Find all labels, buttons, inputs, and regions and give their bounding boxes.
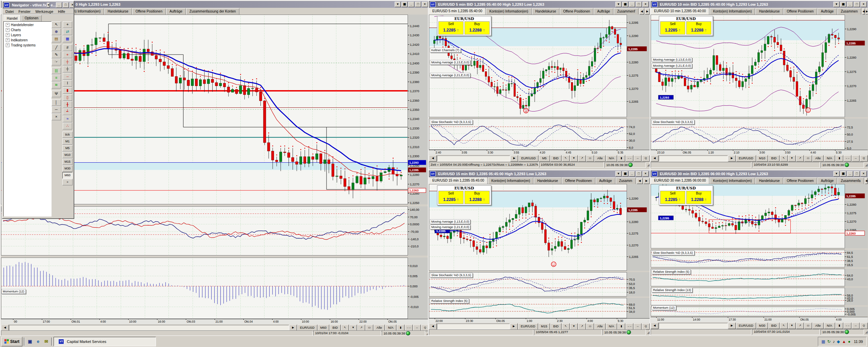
close-button[interactable]: × <box>643 2 649 7</box>
minimize-button[interactable]: _ <box>56 2 62 8</box>
chart-m15-button[interactable]: M15 <box>538 323 550 330</box>
restore-button[interactable]: ▣ <box>840 171 846 177</box>
maximize-button[interactable]: □ <box>636 171 642 177</box>
restore-button[interactable]: ▣ <box>622 171 628 177</box>
tree-expander-icon[interactable]: + <box>6 33 9 37</box>
na-button[interactable]: N/A <box>385 325 396 331</box>
menu-werkzeuge[interactable]: Werkzeuge <box>35 9 53 14</box>
tab-scroll-left-button[interactable]: ◀ <box>862 8 865 15</box>
maximize-button[interactable]: □ <box>636 2 642 7</box>
expand-bars-button[interactable]: ↔ <box>413 325 421 331</box>
period-tick-button[interactable]: tick <box>62 131 73 138</box>
na-button[interactable]: N/A <box>824 155 835 162</box>
indicator-dialog-button[interactable]: ↗ <box>578 155 586 162</box>
close-button[interactable]: × <box>861 171 867 177</box>
tab-konto-en-information-en-[interactable]: Konto(en) Information(en) <box>486 8 532 15</box>
expand-bars-button[interactable]: ↔ <box>634 155 642 162</box>
candle-style-button[interactable]: ▮ <box>835 323 843 329</box>
layout-button[interactable]: ▭ <box>586 323 594 330</box>
tab-eur-usd-5-min-1-2285-05-40-00[interactable]: EUR/USD 5 min 1,2285 05:40:00 <box>429 8 486 15</box>
scrollbar-track[interactable] <box>659 156 728 161</box>
horizontal-line-tool-button[interactable]: ─ <box>52 106 61 113</box>
link-charts-button[interactable]: ⇄ <box>63 28 72 35</box>
pointer-tool-button[interactable]: ↖ <box>52 21 61 28</box>
compress-bars-button[interactable]: →← <box>844 155 851 162</box>
tree-expander-icon[interactable]: + <box>6 38 9 42</box>
tab-konto-en-information-en-[interactable]: Konto(en) Information(en) <box>488 178 534 184</box>
scrollbar-track[interactable] <box>9 325 289 331</box>
vertical-gridlines-tool-button[interactable]: ||| <box>52 67 61 74</box>
window-menu-button[interactable]: ▾ <box>833 2 840 7</box>
chart-eur-usd-button[interactable]: EUR/USD <box>736 323 756 329</box>
scroll-right-button[interactable]: ▶ <box>728 155 736 162</box>
tab-eur-usd-15-min-1-2285-05-45-00[interactable]: EUR/USD 15 min 1,2285 05:45:00 <box>429 177 488 184</box>
buy-quote-button[interactable]: Buy1.2288 ↑ <box>465 191 490 204</box>
tray-status-icon[interactable]: ● <box>848 340 850 344</box>
menu-hilfe[interactable]: Hilfe <box>58 9 65 14</box>
tree-expander-icon[interactable]: + <box>6 28 9 32</box>
period-m10-button[interactable]: M10 <box>62 152 73 158</box>
quote-panel-button[interactable]: Q <box>860 155 868 162</box>
chart-eur-usd-button[interactable]: EUR/USD <box>518 155 538 162</box>
cursor-tool-button[interactable]: ↖ <box>780 323 788 329</box>
expand-bar-button[interactable]: → <box>63 73 72 80</box>
buy-quote-button[interactable]: Buy1.2288 ↑ <box>686 191 711 204</box>
pitchfork-tool-button[interactable]: Ψ <box>52 90 61 97</box>
chart-bid-button[interactable]: BID <box>550 155 561 162</box>
layout-button[interactable]: ▭ <box>804 323 812 329</box>
menu-datei[interactable]: Datei <box>5 9 14 14</box>
cursor-tool-button[interactable]: ↖ <box>780 155 788 162</box>
layout-button[interactable]: ▭ <box>804 155 812 162</box>
scroll-left-button[interactable]: ◀ <box>651 155 658 162</box>
quote-panel-button[interactable]: Q <box>642 155 650 162</box>
candlestick-style-button[interactable]: ▮ <box>63 87 72 94</box>
close-button[interactable]: × <box>643 171 649 177</box>
tab-eur-usd-10-min-1-2285-05-40-00[interactable]: EUR/USD 10 min 1,2285 05:40:00 <box>651 8 709 15</box>
quote-panel-button[interactable]: Q <box>860 323 868 329</box>
tab-scroll-left-button[interactable]: ◀ <box>639 8 644 15</box>
candle-style-button[interactable]: ▮ <box>617 323 625 330</box>
tab-zusammen[interactable]: Zusammen <box>837 8 861 15</box>
minimize-button[interactable]: _ <box>629 171 635 177</box>
zoom-in-tool-button[interactable]: ⊕ <box>52 28 61 35</box>
measure-button[interactable]: I <box>63 80 72 87</box>
cursor-tool-button[interactable]: ↖ <box>341 325 349 331</box>
tab-konto-en-information-en-[interactable]: Konto(en) Information(en) <box>710 8 755 15</box>
tab-zusamm[interactable]: Zusamm <box>616 178 636 184</box>
period-m5-button[interactable]: M5 <box>62 145 73 151</box>
candle-style-button[interactable]: ▮ <box>835 155 843 162</box>
chart-m10-button[interactable]: M10 <box>756 155 768 162</box>
scroll-left-button[interactable]: ◀ <box>429 155 437 162</box>
title-dropdown-button[interactable]: ▼ <box>47 3 50 7</box>
tray-network-icon[interactable]: ◆ <box>837 340 840 344</box>
start-button[interactable]: Start <box>1 337 22 346</box>
window-titlebar[interactable]: VTEUR/USD 15 min BID 1,2285 05:45:00 Hig… <box>429 170 650 177</box>
grid-toggle-button[interactable]: # <box>63 44 72 51</box>
annotation-tool-button[interactable]: ✎ <box>52 52 61 58</box>
sell-quote-button[interactable]: Sell1.2285 ↑ <box>660 21 685 35</box>
crosshair-button[interactable]: + <box>63 52 72 58</box>
minimize-button[interactable]: _ <box>847 2 853 7</box>
layout-button[interactable]: ▭ <box>586 155 594 162</box>
expand-bars-button[interactable]: ↔ <box>852 323 860 329</box>
restore-button[interactable]: ▣ <box>840 2 846 7</box>
grid-layout-button[interactable]: ▦ <box>63 36 72 42</box>
sell-quote-button[interactable]: Sell1.2285 ↑ <box>438 21 463 35</box>
chart-bid-button[interactable]: BID <box>330 325 341 331</box>
tab-offene-positionen[interactable]: Offene Positionen <box>562 178 595 184</box>
tab-zusammenfa[interactable]: Zusammenfa <box>837 178 864 184</box>
tab-handelskurse[interactable]: Handelskurse <box>532 8 559 15</box>
resize-grip[interactable]: ◢ <box>865 330 868 334</box>
hlc-bar-style-button[interactable]: ┵ <box>63 108 72 115</box>
maximize-button[interactable]: □ <box>63 2 69 8</box>
tray-volume-icon[interactable]: ♪ <box>833 340 835 344</box>
close-button[interactable]: × <box>422 2 428 7</box>
quicklaunch-browser-icon[interactable]: e <box>34 338 42 345</box>
hollow-candle-style-button[interactable]: ▯ <box>63 94 72 101</box>
restore-button[interactable]: ▣ <box>401 2 408 7</box>
scrollbar-track[interactable] <box>437 156 510 161</box>
crosshair-snap-button[interactable]: ┼ <box>63 59 72 65</box>
tray-chart-icon[interactable]: ▦ <box>822 340 825 344</box>
tray-alert-icon[interactable]: ▲ <box>842 340 846 344</box>
navigator-titlebar[interactable]: VT Navigator - vtlive.fx ▼ e... _ □ × <box>3 2 73 8</box>
